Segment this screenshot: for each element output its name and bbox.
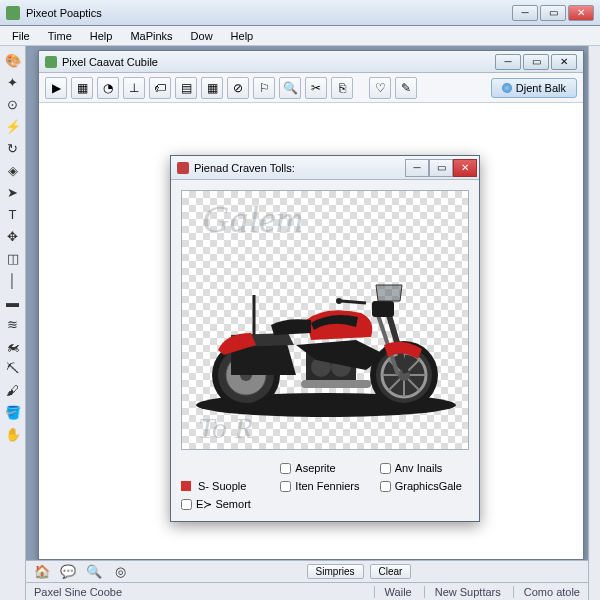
rect-icon[interactable]: ▬	[3, 292, 23, 312]
dialog-close-button[interactable]: ✕	[453, 159, 477, 177]
home-icon[interactable]: 🏠	[32, 562, 52, 582]
anvinails-checkbox[interactable]: Anv Inails	[380, 462, 469, 474]
menubar: File Time Help MaPinks Dow Help	[0, 26, 600, 46]
app-title: Pixeot Poaptics	[26, 7, 102, 19]
menu-help[interactable]: Help	[82, 28, 121, 44]
chat-icon[interactable]: 💬	[58, 562, 78, 582]
pen-tool-icon[interactable]: ✎	[395, 77, 417, 99]
dialog: Pienad Craven Tolls: ─ ▭ ✕ Galem To R	[170, 155, 480, 522]
cut-tool-icon[interactable]: ✂	[305, 77, 327, 99]
document-toolbar: ▶ ▦ ◔ ⊥ 🏷 ▤ ▦ ⊘ ⚐ 🔍 ✂ ⎘ ♡ ✎ Djent Balk	[39, 73, 583, 103]
spray-icon[interactable]: ≋	[3, 314, 23, 334]
close-button[interactable]: ✕	[568, 5, 594, 21]
hand-icon[interactable]: ✋	[3, 424, 23, 444]
target-icon[interactable]: ◎	[110, 562, 130, 582]
globe-tool-icon[interactable]: ⊘	[227, 77, 249, 99]
graphicsgale-checkbox[interactable]: GraphicsGale	[380, 480, 469, 492]
djent-button[interactable]: Djent Balk	[491, 78, 577, 98]
svg-point-22	[336, 298, 342, 304]
svg-line-21	[341, 301, 366, 303]
grid-tool-icon[interactable]: ▦	[71, 77, 93, 99]
pick-icon[interactable]: ⛏	[3, 358, 23, 378]
tag-tool-icon[interactable]: 🏷	[149, 77, 171, 99]
options-grid: Aseprite Anv Inails S- Suople Iten Fenni…	[181, 462, 469, 511]
suople-checkbox[interactable]: S- Suople	[181, 480, 270, 492]
pointer-tool-icon[interactable]: ▶	[45, 77, 67, 99]
align-tool-icon[interactable]: ⊥	[123, 77, 145, 99]
doc-minimize-button[interactable]: ─	[495, 54, 521, 70]
status-bar: Paxel Sine Coobe Waile New Supttars Como…	[26, 582, 588, 600]
move-icon[interactable]: ✥	[3, 226, 23, 246]
minimize-button[interactable]: ─	[512, 5, 538, 21]
semort-checkbox[interactable]: E≻ Semort	[181, 498, 270, 511]
document-titlebar: Pixel Caavat Cubile ─ ▭ ✕	[39, 51, 583, 73]
dialog-title: Pienad Craven Tolls:	[194, 162, 295, 174]
table-tool-icon[interactable]: ▤	[175, 77, 197, 99]
menu-help2[interactable]: Help	[223, 28, 262, 44]
wand-icon[interactable]: ⚡	[3, 116, 23, 136]
palette-icon[interactable]: 🎨	[3, 50, 23, 70]
bike-icon[interactable]: 🏍	[3, 336, 23, 356]
simpries-button[interactable]: Simpries	[307, 564, 364, 579]
document-title: Pixel Caavat Cubile	[62, 56, 158, 68]
menu-mapinks[interactable]: MaPinks	[122, 28, 180, 44]
status-supttars: New Supttars	[424, 586, 501, 598]
clear-button[interactable]: Clear	[370, 564, 412, 579]
sparkle-icon[interactable]: ✦	[3, 72, 23, 92]
dialog-icon	[177, 162, 189, 174]
maximize-button[interactable]: ▭	[540, 5, 566, 21]
doc-close-button[interactable]: ✕	[551, 54, 577, 70]
app-titlebar: Pixeot Poaptics ─ ▭ ✕	[0, 0, 600, 26]
status-waile: Waile	[374, 586, 412, 598]
doc-maximize-button[interactable]: ▭	[523, 54, 549, 70]
red-swatch-icon	[181, 481, 191, 491]
document-icon	[45, 56, 57, 68]
motorcycle-image	[181, 235, 469, 435]
menu-time[interactable]: Time	[40, 28, 80, 44]
lasso-icon[interactable]: ⊙	[3, 94, 23, 114]
clock-tool-icon[interactable]: ◔	[97, 77, 119, 99]
copy-tool-icon[interactable]: ⎘	[331, 77, 353, 99]
app-icon	[6, 6, 20, 20]
bottom-toolbar: 🏠 💬 🔍 ◎ Simpries Clear	[26, 560, 588, 582]
status-dot-icon	[502, 83, 512, 93]
svg-rect-20	[372, 301, 394, 317]
right-sidebar	[588, 46, 600, 600]
text-icon[interactable]: T	[3, 204, 23, 224]
table2-tool-icon[interactable]: ▦	[201, 77, 223, 99]
dialog-minimize-button[interactable]: ─	[405, 159, 429, 177]
fenniers-checkbox[interactable]: Iten Fenniers	[280, 480, 369, 492]
arrow-icon[interactable]: ➤	[3, 182, 23, 202]
left-toolbar: 🎨 ✦ ⊙ ⚡ ↻ ◈ ➤ T ✥ ◫ │ ▬ ≋ 🏍 ⛏ 🖌 🪣 ✋	[0, 46, 26, 600]
preview-canvas[interactable]: Galem To R	[181, 190, 469, 450]
dialog-maximize-button[interactable]: ▭	[429, 159, 453, 177]
menu-file[interactable]: File	[4, 28, 38, 44]
crop-icon[interactable]: ◫	[3, 248, 23, 268]
brush-icon[interactable]: 🖌	[3, 380, 23, 400]
refresh-icon[interactable]: ↻	[3, 138, 23, 158]
heart-tool-icon[interactable]: ♡	[369, 77, 391, 99]
aseprite-checkbox[interactable]: Aseprite	[280, 462, 369, 474]
svg-rect-16	[301, 380, 371, 388]
menu-dow[interactable]: Dow	[183, 28, 221, 44]
zoom-in-icon[interactable]: 🔍	[84, 562, 104, 582]
diamond-icon[interactable]: ◈	[3, 160, 23, 180]
bucket-icon[interactable]: 🪣	[3, 402, 23, 422]
zoom-tool-icon[interactable]: 🔍	[279, 77, 301, 99]
line-icon[interactable]: │	[3, 270, 23, 290]
flag-tool-icon[interactable]: ⚐	[253, 77, 275, 99]
status-atole: Como atole	[513, 586, 580, 598]
status-left: Paxel Sine Coobe	[34, 586, 122, 598]
dialog-titlebar[interactable]: Pienad Craven Tolls: ─ ▭ ✕	[171, 156, 479, 180]
